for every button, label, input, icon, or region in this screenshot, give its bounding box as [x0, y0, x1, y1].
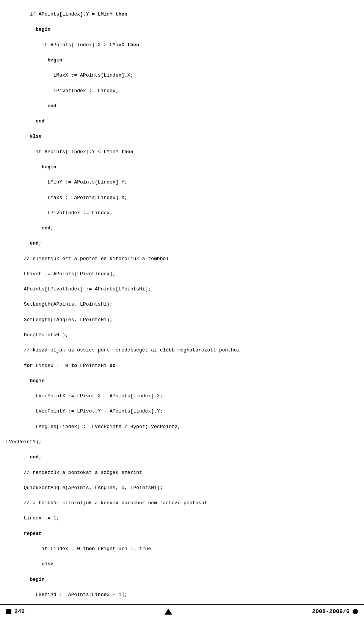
code-line: begin [6, 576, 358, 583]
code-line: repeat [6, 530, 358, 538]
code-line: else [6, 133, 358, 140]
code-line: else [6, 560, 358, 568]
issue-label: 2008-2009/6 [312, 609, 350, 615]
code-line: LMaxX := APoints[Lindex].X; [6, 72, 358, 79]
code-line: // kiszámoljuk az összes pont meredekség… [6, 347, 358, 354]
code-line: begin [6, 163, 358, 171]
code-line: end [6, 118, 358, 125]
code-block: if APoints[Lindex].Y = LMinY then begin … [0, 0, 364, 618]
code-line: LVecPointY); [6, 438, 358, 446]
code-line: Lindex := 1; [6, 514, 358, 522]
code-line: begin [6, 26, 358, 33]
code-line: SetLength(LAngles, LPointsHi); [6, 316, 358, 324]
bottom-center-nav [165, 609, 172, 615]
code-line: LVecPointY := LPivot.Y - APoints[Lindex]… [6, 408, 358, 415]
code-line: LBehind := APoints[Lindex - 1]; [6, 591, 358, 599]
code-line: LMaxX := APoints[Lindex].X; [6, 194, 358, 202]
code-line: LMinY := APoints[Lindex].Y; [6, 179, 358, 186]
code-line: if APoints[Lindex].X > LMaxX then [6, 41, 358, 49]
code-line: if APoints[Lindex].Y < LMinY then [6, 148, 358, 156]
code-line: end; [6, 224, 358, 232]
code-line: // rendezzük a pontokat a szögek szerint [6, 469, 358, 477]
nav-triangle-icon[interactable] [165, 609, 172, 615]
nav-circle-icon[interactable] [353, 609, 358, 614]
code-line: APoints[LPivotIndex] := APoints[LPointsH… [6, 285, 358, 293]
code-line: SetLength(APoints, LPointsHi); [6, 301, 358, 308]
code-line: begin [6, 377, 358, 385]
code-line: // elmentjük ezt a pontot és kitöröljük … [6, 255, 358, 263]
code-line: end [6, 102, 358, 110]
code-line: LVecPointX := LPivot.X - APoints[Lindex]… [6, 392, 358, 400]
bottom-left-nav: 240 [6, 609, 25, 615]
nav-square-icon[interactable] [6, 609, 11, 614]
code-line: if APoints[Lindex].Y = LMinY then [6, 11, 358, 18]
bottom-bar: 240 2008-2009/6 [0, 604, 364, 618]
code-line: begin [6, 56, 358, 64]
code-line: LPivotIndex := Lindex; [6, 209, 358, 217]
code-line: // a tömbből kitöröljük a konvex burokho… [6, 499, 358, 507]
code-line: end; [6, 453, 358, 461]
bottom-right-nav: 2008-2009/6 [312, 609, 358, 615]
page-number: 240 [14, 609, 25, 615]
code-line: if Lindex = 0 then LRightTurn := true [6, 545, 358, 553]
code-line: for Lindex := 0 to LPointsHi do [6, 362, 358, 370]
code-line: Dec(LPointsHi); [6, 331, 358, 339]
code-line: LPivotIndex := Lindex; [6, 87, 358, 95]
code-line: end; [6, 240, 358, 247]
code-line: LAngles[Lindex] := LVecPointX / Hypot(LV… [6, 423, 358, 431]
code-line: LPivot := APoints[LPivotIndex]; [6, 270, 358, 278]
code-line: QuickSortAngle(APoints, LAngles, 0, LPoi… [6, 484, 358, 492]
